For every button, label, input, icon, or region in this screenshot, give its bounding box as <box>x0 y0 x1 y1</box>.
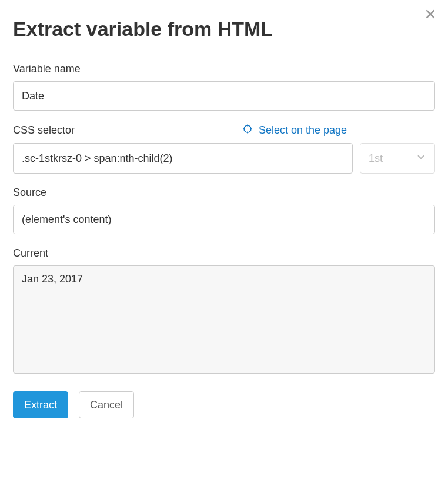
ordinal-select[interactable]: 1st <box>360 143 435 174</box>
select-on-page-link[interactable]: Select on the page <box>242 124 347 137</box>
extract-button[interactable]: Extract <box>13 391 68 418</box>
ordinal-value: 1st <box>369 152 383 165</box>
dialog-title: Extract variable from HTML <box>13 18 435 41</box>
button-row: Extract Cancel <box>13 391 435 418</box>
current-field: Current Jan 23, 2017 <box>13 247 435 374</box>
variable-name-label: Variable name <box>13 63 435 75</box>
close-button[interactable] <box>423 8 437 22</box>
css-selector-label: CSS selector <box>13 124 75 137</box>
svg-point-2 <box>244 125 251 132</box>
source-input[interactable] <box>13 205 435 234</box>
current-label: Current <box>13 247 435 260</box>
current-value: Jan 23, 2017 <box>22 273 83 285</box>
variable-name-input[interactable] <box>13 81 435 111</box>
source-label: Source <box>13 187 435 199</box>
css-selector-field: CSS selector Select on the page 1st <box>13 124 435 174</box>
chevron-down-icon <box>416 152 426 165</box>
target-icon <box>242 124 253 137</box>
variable-name-field: Variable name <box>13 63 435 111</box>
source-field: Source <box>13 187 435 234</box>
current-value-box: Jan 23, 2017 <box>13 265 435 374</box>
css-selector-input[interactable] <box>13 143 353 174</box>
select-on-page-text: Select on the page <box>259 124 347 137</box>
close-icon <box>424 8 436 22</box>
cancel-button[interactable]: Cancel <box>79 391 134 418</box>
